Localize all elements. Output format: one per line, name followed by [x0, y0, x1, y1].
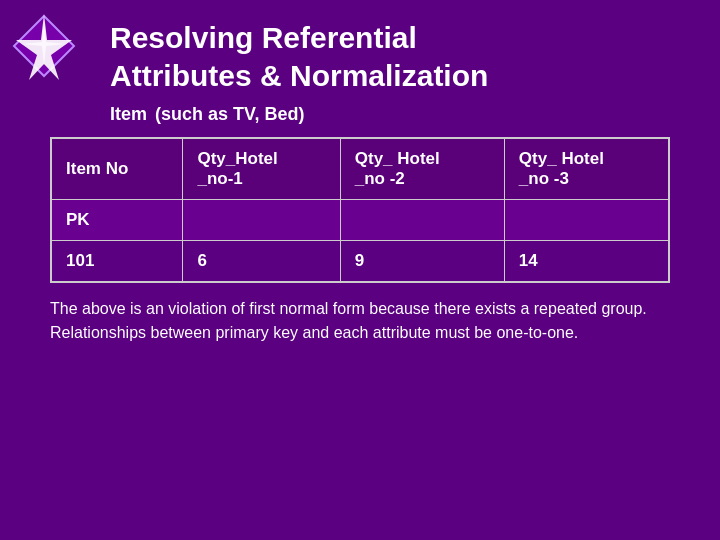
table-header-row: Item No Qty_Hotel_no-1 Qty_ Hotel_no -2 … [52, 139, 669, 200]
subtitle-text: (such as TV, Bed) [155, 104, 304, 125]
table-row: PK [52, 200, 669, 241]
normalization-table: Item No Qty_Hotel_no-1 Qty_ Hotel_no -2 … [51, 138, 669, 282]
page-container: Resolving Referential Attributes & Norma… [0, 0, 720, 540]
body-text-line2: Relationships between primary key and ea… [50, 321, 670, 345]
subtitle-row: Item (such as TV, Bed) [110, 104, 690, 125]
cell-101: 101 [52, 241, 183, 282]
cell-pk-qty3 [504, 200, 668, 241]
cell-101-qty2: 9 [340, 241, 504, 282]
subtitle-label: Item [110, 104, 147, 125]
data-table-wrapper: Item No Qty_Hotel_no-1 Qty_ Hotel_no -2 … [50, 137, 670, 283]
main-title-line1: Resolving Referential [110, 20, 690, 56]
body-text-area: The above is an violation of first norma… [50, 297, 670, 345]
col-header-item-no: Item No [52, 139, 183, 200]
body-text-line1: The above is an violation of first norma… [50, 297, 670, 321]
cell-101-qty1: 6 [183, 241, 340, 282]
main-title-line2: Attributes & Normalization [110, 58, 690, 94]
title-area: Resolving Referential Attributes & Norma… [110, 20, 690, 94]
logo-icon [10, 12, 78, 80]
table-row: 101 6 9 14 [52, 241, 669, 282]
cell-101-qty3: 14 [504, 241, 668, 282]
cell-pk-qty2 [340, 200, 504, 241]
col-header-qty-hotel-2: Qty_ Hotel_no -2 [340, 139, 504, 200]
col-header-qty-hotel-3: Qty_ Hotel_no -3 [504, 139, 668, 200]
cell-pk: PK [52, 200, 183, 241]
cell-pk-qty1 [183, 200, 340, 241]
col-header-qty-hotel-1: Qty_Hotel_no-1 [183, 139, 340, 200]
